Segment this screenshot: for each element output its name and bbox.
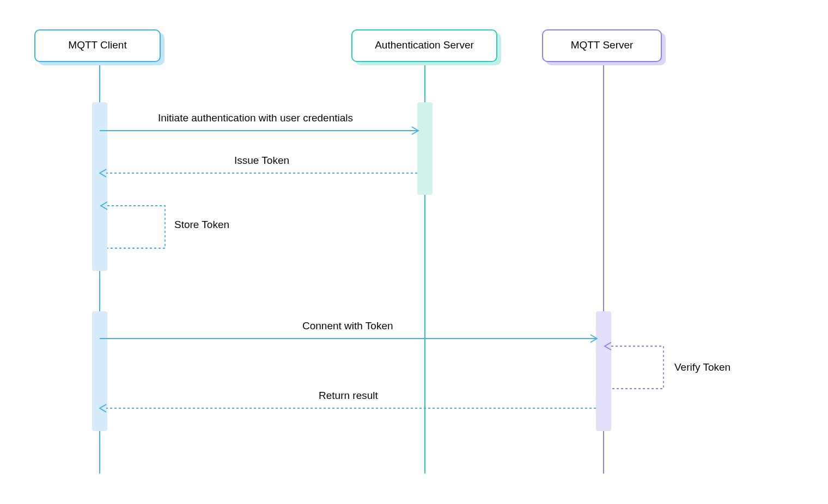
participant-server-label: MQTT Server (571, 39, 634, 51)
message-arrow-initiate-auth (100, 125, 425, 136)
participant-client: MQTT Client (34, 29, 161, 62)
message-label-return-result: Return result (319, 390, 378, 402)
message-arrow-issue-token (100, 168, 425, 179)
message-label-store-token: Store Token (174, 219, 229, 231)
participant-server: MQTT Server (542, 29, 662, 62)
message-label-issue-token: Issue Token (234, 155, 289, 167)
message-arrow-store-token (100, 206, 176, 255)
message-label-verify-token: Verify Token (674, 361, 730, 373)
participant-auth-label: Authentication Server (375, 39, 474, 51)
participant-client-label: MQTT Client (68, 39, 126, 51)
message-arrow-return-result (100, 403, 604, 414)
activation-auth-1 (417, 102, 433, 195)
message-arrow-connect-token (100, 333, 604, 344)
message-label-initiate-auth: Initiate authentication with user creden… (158, 112, 353, 124)
message-label-connect-token: Connent with Token (302, 320, 393, 332)
participant-auth: Authentication Server (351, 29, 497, 62)
message-arrow-verify-token (604, 346, 674, 395)
